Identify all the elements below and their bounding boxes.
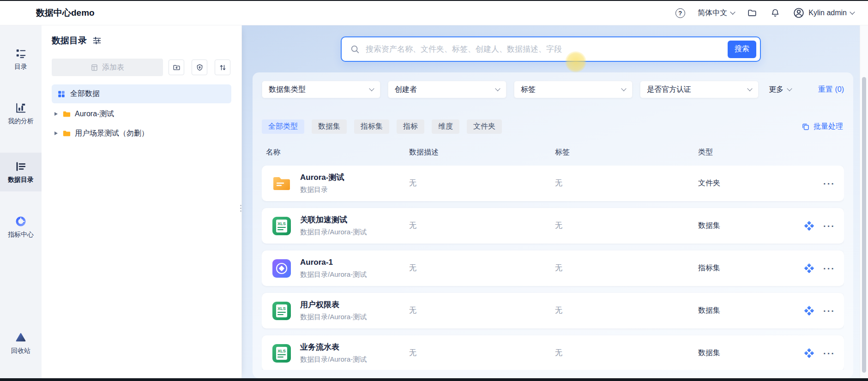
add-table-button[interactable]: 添加表 bbox=[52, 59, 163, 76]
svg-text:XLS: XLS bbox=[277, 306, 286, 311]
row-menu-button[interactable]: ··· bbox=[823, 264, 835, 273]
folder-button[interactable] bbox=[747, 7, 758, 18]
row-icon-wrap bbox=[271, 173, 300, 194]
filter-label: 是否官方认证 bbox=[647, 85, 691, 95]
filter-official-certified[interactable]: 是否官方认证 bbox=[640, 81, 759, 98]
more-label: 更多 bbox=[769, 85, 784, 95]
caret-right-icon bbox=[54, 112, 58, 116]
tab-dataset[interactable]: 数据集 bbox=[312, 119, 347, 134]
filter-creator[interactable]: 创建者 bbox=[388, 81, 506, 98]
asset-desc: 无 bbox=[409, 221, 555, 231]
asset-tag: 无 bbox=[555, 221, 698, 231]
shield-lock-icon bbox=[196, 64, 204, 71]
search-icon bbox=[350, 44, 360, 54]
chevron-down-icon bbox=[495, 86, 500, 91]
asset-path: 数据目录/Aurora-测试 bbox=[300, 355, 409, 363]
asset-name[interactable]: 用户权限表 bbox=[300, 300, 409, 310]
svg-text:XLS: XLS bbox=[277, 221, 286, 226]
tree-item-label: 全部数据 bbox=[70, 89, 100, 99]
asset-name[interactable]: Aurora-1 bbox=[300, 258, 409, 267]
chevron-down-icon bbox=[787, 86, 792, 91]
tab-metric-set[interactable]: 指标集 bbox=[354, 119, 389, 134]
asset-path: 数据目录/Aurora-测试 bbox=[300, 228, 409, 236]
more-filters-button[interactable]: 更多 bbox=[769, 85, 791, 95]
panel-resize-handle[interactable] bbox=[239, 202, 242, 214]
topbar: 数据中心demo ? 简体中文 Ky bbox=[0, 1, 868, 25]
language-switcher[interactable]: 简体中文 bbox=[698, 8, 735, 18]
acceleration-icon bbox=[804, 348, 814, 358]
tab-all-types[interactable]: 全部类型 bbox=[262, 119, 304, 134]
user-menu[interactable]: Kylin admin bbox=[793, 7, 854, 19]
asset-type: 指标集 bbox=[698, 263, 803, 273]
grid-icon bbox=[57, 90, 66, 98]
filter-label: 数据集类型 bbox=[269, 85, 306, 95]
sidebar-item-label: 数据目录 bbox=[8, 176, 34, 184]
row-icon-wrap: XLS bbox=[271, 343, 300, 364]
batch-process-button[interactable]: 批量处理 bbox=[802, 122, 843, 131]
scrollbar-thumb[interactable] bbox=[862, 77, 866, 373]
sidebar-item-recycle-bin[interactable]: 回收站 bbox=[0, 328, 42, 358]
table-row[interactable]: Aurora-1 数据目录/Aurora-测试 无 无 指标集 bbox=[262, 250, 844, 286]
tab-dimension[interactable]: 维度 bbox=[432, 119, 459, 134]
chevron-down-icon bbox=[730, 9, 735, 14]
recycle-bin-icon bbox=[15, 332, 27, 344]
panel-settings-button[interactable] bbox=[92, 36, 102, 45]
sidebar-item-my-analysis[interactable]: 我的分析 bbox=[0, 98, 42, 129]
table-row[interactable]: Aurora-测试 数据目录 无 无 文件夹 ··· bbox=[262, 166, 844, 201]
xls-file-icon: XLS bbox=[271, 343, 292, 364]
asset-tag: 无 bbox=[555, 179, 698, 188]
svg-text:XLS: XLS bbox=[277, 349, 286, 353]
search-button[interactable]: 搜索 bbox=[728, 41, 756, 58]
tree-item-user-scenario-test[interactable]: 用户场景测试（勿删） bbox=[52, 125, 231, 142]
col-name: 名称 bbox=[266, 148, 409, 157]
asset-tag: 无 bbox=[555, 348, 698, 358]
asset-list: Aurora-测试 数据目录 无 无 文件夹 ··· XLS bbox=[262, 166, 844, 370]
tree-item-aurora-test[interactable]: Aurora-测试 bbox=[52, 105, 231, 123]
table-row[interactable]: XLS 关联加速测试 数据目录/Aurora-测试 无 无 数据集 bbox=[262, 208, 844, 244]
help-button[interactable]: ? bbox=[675, 7, 686, 18]
catalog-tree: 全部数据 Aurora-测试 用户场景测试（勿删） bbox=[52, 84, 231, 142]
reset-filters-button[interactable]: 重置 (0) bbox=[818, 85, 844, 95]
filter-row: 数据集类型 创建者 标签 是否官方认证 更多 重置 (0) bbox=[262, 81, 844, 98]
col-tag: 标签 bbox=[555, 148, 698, 157]
data-catalog-icon bbox=[15, 161, 27, 173]
tab-metric[interactable]: 指标 bbox=[397, 119, 424, 134]
row-menu-button[interactable]: ··· bbox=[823, 349, 835, 358]
table-header: 名称 数据描述 标签 类型 bbox=[262, 148, 844, 157]
filter-dataset-type[interactable]: 数据集类型 bbox=[262, 81, 380, 98]
notifications-button[interactable] bbox=[770, 7, 781, 18]
page-scrollbar bbox=[860, 25, 868, 378]
table-row[interactable]: XLS 业务流水表 数据目录/Aurora-测试 无 无 数据集 bbox=[262, 335, 844, 370]
table-row[interactable]: XLS 用户权限表 数据目录/Aurora-测试 无 无 数据集 bbox=[262, 293, 844, 328]
asset-name[interactable]: 关联加速测试 bbox=[300, 215, 409, 225]
filter-tag[interactable]: 标签 bbox=[514, 81, 633, 98]
click-highlight bbox=[565, 51, 586, 72]
catalog-panel: 数据目录 添加表 bbox=[42, 25, 242, 378]
row-menu-button[interactable]: ··· bbox=[823, 221, 835, 231]
sidebar-item-catalog[interactable]: 目录 bbox=[0, 44, 42, 74]
sidebar-item-label: 我的分析 bbox=[8, 117, 34, 125]
asset-type: 数据集 bbox=[698, 221, 803, 231]
window-frame-bottom bbox=[0, 378, 868, 381]
asset-desc: 无 bbox=[409, 263, 555, 273]
main-content: 搜索 数据集类型 创建者 标签 是否官方认证 更多 bbox=[242, 25, 860, 378]
acceleration-icon bbox=[804, 221, 814, 231]
row-menu-button[interactable]: ··· bbox=[823, 179, 835, 188]
acceleration-icon bbox=[804, 306, 814, 316]
help-icon: ? bbox=[675, 8, 685, 18]
asset-name[interactable]: 业务流水表 bbox=[300, 343, 409, 352]
sort-button[interactable] bbox=[215, 60, 230, 75]
row-menu-button[interactable]: ··· bbox=[823, 306, 835, 316]
new-folder-button[interactable] bbox=[169, 60, 184, 75]
search-input[interactable] bbox=[366, 45, 728, 54]
tab-folder[interactable]: 文件夹 bbox=[467, 119, 502, 134]
tree-item-all-data[interactable]: 全部数据 bbox=[52, 84, 231, 103]
sidebar-item-label: 回收站 bbox=[11, 347, 30, 355]
window-frame-top bbox=[0, 0, 868, 1]
folder-icon bbox=[62, 110, 71, 119]
asset-name[interactable]: Aurora-测试 bbox=[300, 173, 409, 182]
permission-button[interactable] bbox=[192, 60, 207, 75]
sidebar-item-data-catalog[interactable]: 数据目录 bbox=[0, 153, 42, 191]
sidebar-item-metrics-center[interactable]: 指标中心 bbox=[0, 212, 42, 242]
batch-icon bbox=[802, 123, 810, 131]
